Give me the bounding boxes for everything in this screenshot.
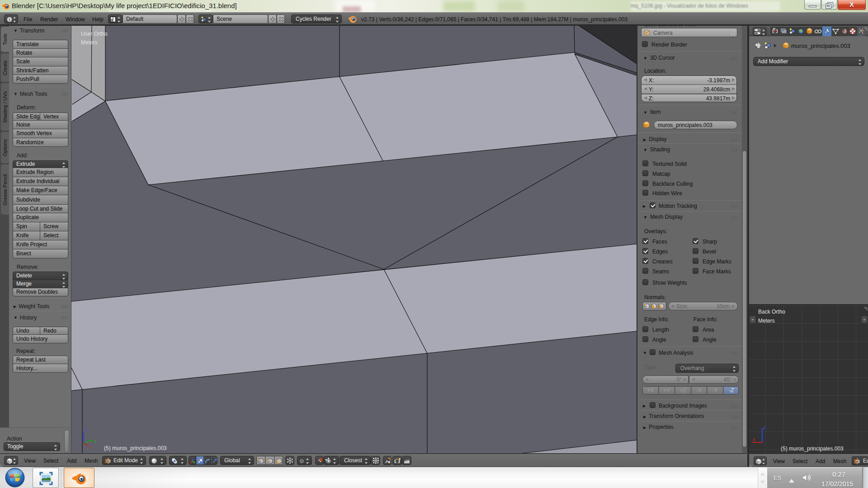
svg-text:x: x <box>753 436 755 442</box>
svg-text:z: z <box>763 425 766 430</box>
svg-text:x: x <box>89 444 91 450</box>
svg-text:y: y <box>94 437 97 443</box>
svg-text:z: z <box>85 427 87 432</box>
